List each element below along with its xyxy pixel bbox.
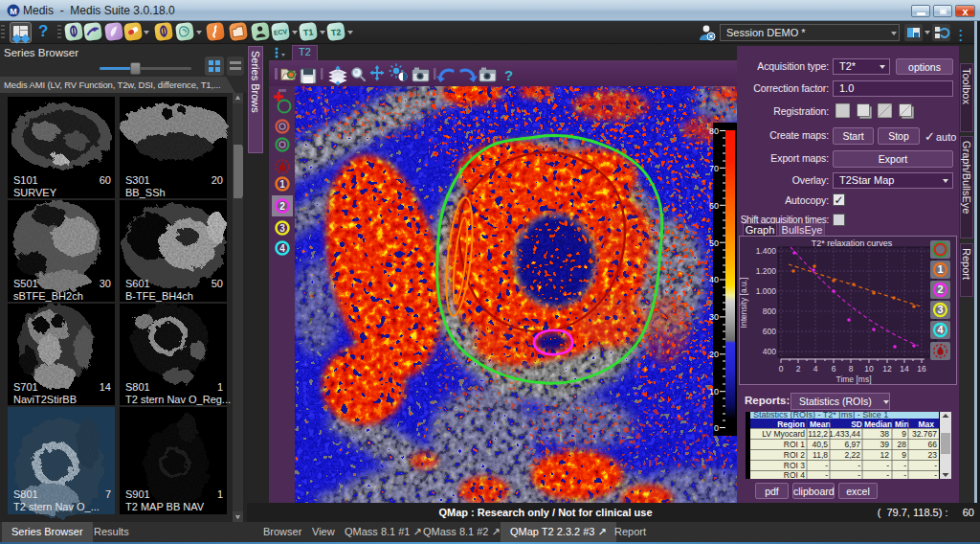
- svg-text:600: 600: [763, 327, 776, 336]
- svg-text:112,2: 112,2: [808, 429, 828, 439]
- svg-text:6,97: 6,97: [844, 440, 860, 449]
- svg-text:2: 2: [796, 364, 801, 374]
- svg-text:-: -: [825, 461, 828, 470]
- svg-text:2: 2: [937, 283, 943, 295]
- svg-text:4: 4: [813, 364, 818, 374]
- svg-text:-: -: [903, 470, 906, 480]
- svg-text:S301: S301: [125, 174, 150, 186]
- svg-text:4: 4: [937, 324, 944, 335]
- svg-text:BB_SSh: BB_SSh: [125, 187, 166, 198]
- svg-text:66: 66: [928, 440, 938, 449]
- svg-text:28: 28: [898, 440, 907, 449]
- svg-text:3: 3: [937, 304, 943, 315]
- svg-text:NaviT2StirBB: NaviT2StirBB: [13, 394, 77, 405]
- svg-text:40: 40: [709, 275, 719, 284]
- svg-text:Min: Min: [895, 419, 909, 429]
- svg-text:1.000: 1.000: [756, 286, 777, 296]
- svg-text:-: -: [825, 470, 828, 480]
- svg-text:50: 50: [709, 238, 719, 248]
- svg-text:12: 12: [882, 364, 892, 374]
- svg-text:40,5: 40,5: [812, 440, 828, 449]
- svg-text:T2 stern Nav O_...: T2 stern Nav O_...: [13, 501, 100, 512]
- svg-text:S901: S901: [125, 488, 150, 500]
- svg-text:14: 14: [100, 381, 111, 393]
- svg-text:Time [ms]: Time [ms]: [836, 374, 872, 384]
- svg-text:ROI 1: ROI 1: [784, 440, 805, 449]
- svg-text:60: 60: [709, 201, 719, 211]
- svg-text:23: 23: [928, 450, 938, 460]
- svg-text:M: M: [10, 7, 17, 16]
- svg-text:ROI 4: ROI 4: [784, 470, 805, 480]
- svg-text:Max: Max: [918, 419, 934, 429]
- svg-text:14: 14: [900, 364, 909, 374]
- svg-text:50: 50: [212, 278, 223, 289]
- svg-text:S701: S701: [13, 381, 38, 393]
- svg-text:4: 4: [279, 243, 285, 254]
- svg-text:70: 70: [709, 164, 719, 173]
- svg-text:16: 16: [917, 364, 926, 374]
- svg-text:1.200: 1.200: [756, 266, 777, 276]
- svg-text:T2 MAP BB NAV: T2 MAP BB NAV: [125, 501, 205, 512]
- svg-text:30: 30: [100, 278, 111, 289]
- svg-text:SD: SD: [851, 419, 862, 429]
- svg-text:2: 2: [279, 201, 285, 212]
- svg-text:1: 1: [217, 488, 223, 500]
- svg-text:9: 9: [902, 450, 906, 460]
- svg-text:-: -: [903, 461, 906, 470]
- svg-text:-: -: [934, 461, 937, 470]
- svg-text:ECV: ECV: [273, 28, 287, 36]
- svg-text:S101: S101: [13, 174, 38, 186]
- svg-text:LV Myocard: LV Myocard: [762, 429, 805, 439]
- svg-text:60: 60: [100, 174, 111, 186]
- svg-text:10: 10: [864, 364, 874, 374]
- svg-text:Region: Region: [777, 419, 805, 429]
- svg-text:sBTFE_BH2ch: sBTFE_BH2ch: [13, 290, 83, 302]
- svg-text:?: ?: [504, 67, 513, 83]
- svg-text:-: -: [858, 461, 860, 470]
- svg-text:0: 0: [714, 423, 719, 433]
- svg-text:11,8: 11,8: [813, 450, 828, 460]
- svg-text:7: 7: [105, 488, 111, 500]
- svg-text:20: 20: [212, 174, 223, 186]
- svg-text:1.400: 1.400: [756, 246, 777, 256]
- svg-text:80: 80: [709, 126, 719, 136]
- svg-text:-: -: [886, 470, 889, 480]
- svg-text:Mean: Mean: [810, 419, 831, 429]
- svg-text:3: 3: [279, 223, 285, 234]
- svg-text:1.433,44: 1.433,44: [829, 429, 860, 439]
- svg-text:12: 12: [880, 450, 890, 460]
- svg-text:SURVEY: SURVEY: [13, 187, 57, 198]
- svg-text:400: 400: [763, 347, 776, 356]
- svg-text:6: 6: [832, 364, 836, 374]
- svg-text:2,22: 2,22: [844, 450, 860, 460]
- svg-text:0: 0: [779, 364, 784, 374]
- svg-text:8: 8: [849, 364, 854, 374]
- svg-text:10: 10: [709, 387, 719, 397]
- svg-text:S801: S801: [125, 381, 150, 393]
- svg-text:32.767: 32.767: [912, 429, 937, 439]
- svg-text:T1: T1: [302, 27, 314, 37]
- svg-text:S601: S601: [125, 278, 150, 289]
- svg-text:S501: S501: [13, 278, 38, 289]
- svg-text:S801: S801: [13, 488, 38, 500]
- svg-text:1: 1: [217, 381, 223, 393]
- svg-text:T2 stern Nav O_Reg...: T2 stern Nav O_Reg...: [125, 394, 231, 405]
- svg-text:30: 30: [709, 312, 719, 322]
- svg-text:1: 1: [937, 263, 943, 275]
- svg-text:-: -: [858, 470, 860, 480]
- svg-text:-: -: [886, 461, 889, 470]
- svg-text:39: 39: [880, 440, 890, 449]
- svg-text:20: 20: [709, 350, 719, 359]
- svg-text:B-TFE_BH4ch: B-TFE_BH4ch: [125, 290, 193, 302]
- svg-text:-: -: [934, 470, 937, 480]
- svg-text:1: 1: [279, 179, 285, 190]
- svg-text:T2: T2: [330, 27, 342, 37]
- svg-text:800: 800: [763, 306, 776, 316]
- svg-text:ROI 3: ROI 3: [784, 461, 805, 470]
- svg-text:38: 38: [880, 429, 890, 439]
- svg-text:Intensity [a.u.]: Intensity [a.u.]: [739, 278, 748, 329]
- svg-text:Median: Median: [864, 419, 892, 429]
- svg-text:9: 9: [902, 429, 906, 439]
- svg-text:ROI 2: ROI 2: [784, 450, 805, 460]
